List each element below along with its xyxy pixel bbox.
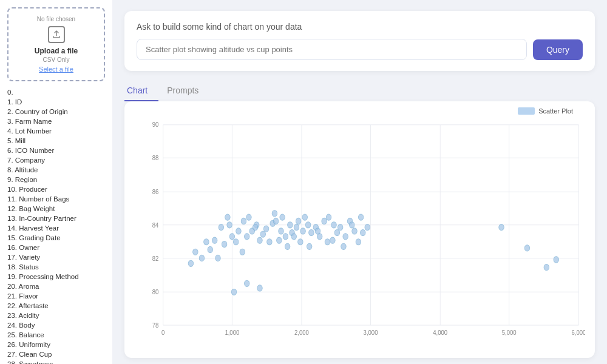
svg-point-31 <box>229 234 234 240</box>
list-item: 4. Lot Number <box>7 126 105 136</box>
svg-point-57 <box>294 224 299 231</box>
svg-point-28 <box>215 255 220 261</box>
svg-point-92 <box>245 280 249 286</box>
svg-point-65 <box>302 214 307 220</box>
tab-chart[interactable]: Chart <box>124 81 158 101</box>
svg-point-43 <box>240 249 245 255</box>
svg-point-73 <box>331 222 336 228</box>
svg-point-29 <box>222 241 226 247</box>
svg-point-64 <box>298 239 303 245</box>
svg-point-37 <box>233 239 238 245</box>
list-item: 5. Mill <box>7 136 105 146</box>
svg-point-50 <box>273 218 278 224</box>
svg-point-63 <box>305 222 310 228</box>
svg-point-94 <box>499 224 504 231</box>
svg-point-61 <box>300 228 305 234</box>
field-list: 0.1. ID2. Country of Origin3. Farm Name4… <box>7 87 105 364</box>
list-item: 10. Producer <box>7 184 105 194</box>
svg-text:82: 82 <box>152 255 159 263</box>
svg-text:6,000: 6,000 <box>571 329 585 337</box>
legend-color-box <box>518 107 535 115</box>
svg-point-97 <box>544 265 549 271</box>
svg-point-78 <box>343 234 348 240</box>
svg-point-86 <box>358 214 363 220</box>
svg-point-68 <box>307 243 311 249</box>
csv-only-label: CSV Only <box>43 56 70 63</box>
svg-point-71 <box>315 228 320 234</box>
list-item: 20. Aroma <box>7 281 105 291</box>
svg-point-60 <box>296 218 300 224</box>
svg-point-66 <box>309 229 314 235</box>
svg-point-82 <box>356 239 361 245</box>
svg-point-74 <box>326 214 331 220</box>
svg-point-83 <box>350 222 354 228</box>
list-item: 12. Bag Weight <box>7 204 105 214</box>
svg-text:88: 88 <box>152 153 159 161</box>
svg-point-44 <box>257 237 262 243</box>
svg-point-62 <box>291 234 296 240</box>
list-item: 23. Acidity <box>7 311 105 320</box>
list-item: 27. Clean Cup <box>7 349 105 359</box>
list-item: 2. Country of Origin <box>7 107 105 116</box>
svg-text:2,000: 2,000 <box>294 329 309 337</box>
svg-point-34 <box>219 224 223 231</box>
svg-point-38 <box>241 218 246 224</box>
query-title: Ask to build some kind of chart on your … <box>137 22 583 32</box>
no-file-label: No file chosen <box>37 16 75 22</box>
svg-point-59 <box>285 243 290 249</box>
svg-text:0: 0 <box>161 329 164 337</box>
chart-legend: Scatter Plot <box>134 107 585 115</box>
list-item: 3. Farm Name <box>7 116 105 126</box>
list-item: 17. Variety <box>7 252 105 262</box>
svg-point-47 <box>260 231 265 237</box>
svg-point-30 <box>208 246 212 252</box>
list-item: 16. Owner <box>7 243 105 252</box>
list-item: 8. Altitude <box>7 165 105 175</box>
svg-text:1,000: 1,000 <box>225 329 239 337</box>
chart-svg-wrapper: .axis-text { font-size: 9px; fill: #888;… <box>134 117 585 348</box>
svg-point-55 <box>272 211 277 217</box>
chart-card: Scatter Plot .axis-text { font-size: 9px… <box>124 101 595 358</box>
svg-point-96 <box>554 257 558 263</box>
list-item: 14. Harvest Year <box>7 223 105 233</box>
svg-point-90 <box>204 239 209 245</box>
sidebar: No file chosen Upload a file CSV Only Se… <box>0 0 112 364</box>
svg-point-49 <box>267 239 272 245</box>
list-item: 25. Balance <box>7 330 105 340</box>
scatter-chart: .axis-text { font-size: 9px; fill: #888;… <box>134 117 585 348</box>
query-card: Ask to build some kind of chart on your … <box>124 11 595 71</box>
upload-box[interactable]: No file chosen Upload a file CSV Only Se… <box>7 7 105 81</box>
list-item: 0. <box>7 87 105 97</box>
query-button[interactable]: Query <box>533 39 583 60</box>
list-item: 19. Processing Method <box>7 272 105 281</box>
select-file-link[interactable]: Select a file <box>39 66 73 73</box>
list-item: 13. In-Country Partner <box>7 214 105 223</box>
svg-point-91 <box>231 289 236 295</box>
svg-point-80 <box>341 243 346 249</box>
upload-arrow-icon <box>52 30 61 39</box>
list-item: 18. Status <box>7 262 105 272</box>
list-item: 22. Aftertaste <box>7 301 105 311</box>
svg-point-87 <box>188 260 193 266</box>
svg-point-58 <box>277 237 282 243</box>
list-item: 1. ID <box>7 97 105 107</box>
upload-label: Upload a file <box>35 47 78 55</box>
list-item: 11. Number of Bags <box>7 194 105 204</box>
tab-prompts[interactable]: Prompts <box>164 81 209 101</box>
query-row: Query <box>137 39 583 60</box>
svg-point-36 <box>225 214 230 220</box>
svg-text:3,000: 3,000 <box>364 329 378 337</box>
svg-point-45 <box>263 226 268 232</box>
query-input[interactable] <box>137 39 527 60</box>
list-item: 21. Flavor <box>7 291 105 301</box>
svg-point-52 <box>283 234 288 240</box>
svg-point-39 <box>245 234 249 240</box>
svg-point-32 <box>236 228 241 234</box>
svg-point-93 <box>257 285 262 291</box>
svg-point-70 <box>322 218 327 224</box>
list-item: 26. Uniformity <box>7 340 105 349</box>
svg-point-54 <box>280 214 285 220</box>
list-item: 28. Sweetness <box>7 359 105 364</box>
svg-point-88 <box>193 249 198 255</box>
svg-text:4,000: 4,000 <box>433 329 447 337</box>
